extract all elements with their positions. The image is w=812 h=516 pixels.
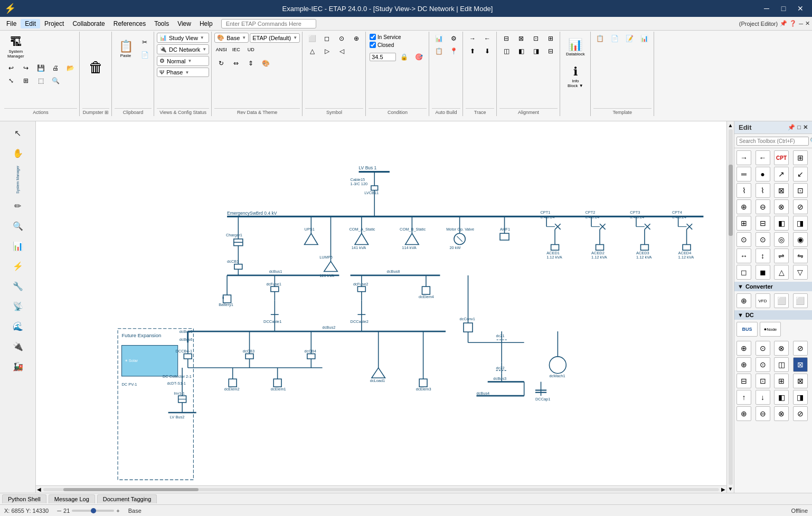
align-btn-3[interactable]: ⊡ — [529, 33, 543, 44]
align-btn-8[interactable]: ⊟ — [544, 45, 558, 57]
grid-icon-arrow-right[interactable]: → — [737, 150, 751, 165]
grid-icon-rect[interactable]: ⊞ — [793, 150, 808, 165]
base-dropdown[interactable]: 🎨 Base ▼ — [214, 33, 249, 43]
grid-icon-cpt[interactable]: CPT — [774, 150, 789, 165]
tmpl-btn-3[interactable]: 📝 — [623, 33, 637, 44]
in-service-checkbox[interactable] — [370, 34, 376, 40]
toolbox-search[interactable] — [737, 137, 809, 146]
grid-icon-a2[interactable]: ⊟ — [756, 216, 770, 231]
sidebar-tool-2[interactable]: ⚡ — [8, 257, 27, 276]
grid-icon-x1[interactable]: ⊗ — [774, 199, 789, 214]
sidebar-tool-3[interactable]: 🔧 — [8, 277, 27, 296]
scroll-track-h[interactable] — [43, 488, 719, 491]
dc-icon-1[interactable]: ⊕ — [737, 341, 751, 356]
sym-btn-4[interactable]: ⊕ — [350, 33, 363, 44]
ab-btn-4[interactable]: 📍 — [447, 45, 460, 57]
trace-btn-4[interactable]: ⬇ — [480, 45, 494, 57]
dc-section-header[interactable]: ▼ DC — [734, 310, 812, 320]
dc-icon-3[interactable]: ⊗ — [774, 341, 789, 356]
grid-icon-circle[interactable]: ● — [756, 167, 770, 181]
zoom-thumb[interactable] — [91, 508, 96, 513]
converter-section-header[interactable]: ▼ Converter — [734, 282, 812, 291]
undo-btn[interactable]: ↩ — [4, 62, 18, 74]
sidebar-tool-4[interactable]: 📡 — [8, 297, 27, 316]
tab-document-tagging[interactable]: Document Tagging — [97, 494, 157, 503]
minimize-button[interactable]: ─ — [759, 3, 774, 14]
command-search[interactable] — [221, 19, 316, 28]
zoom-minus-btn[interactable]: ─ — [57, 508, 61, 514]
sidebar-tool-1[interactable]: 📊 — [8, 237, 27, 256]
trace-btn-2[interactable]: ← — [480, 33, 494, 44]
search-btn[interactable]: 🔍 — [49, 75, 62, 87]
minimize-panel-icon[interactable]: ─ — [799, 21, 803, 27]
dc-icon-12[interactable]: ⊠ — [793, 374, 808, 388]
align-btn-4[interactable]: ⊞ — [544, 33, 558, 44]
align-btn-2[interactable]: ⊠ — [514, 33, 528, 44]
help-icon[interactable]: ❓ — [789, 20, 797, 27]
grid-icon-d1[interactable]: ◻ — [737, 265, 751, 280]
conv-icon-4[interactable]: ⬜ — [793, 293, 808, 308]
align-btn-6[interactable]: ◧ — [514, 45, 528, 57]
edit-panel-close[interactable]: ✕ — [803, 124, 808, 131]
dumpster-btn[interactable]: 🗑 — [82, 33, 109, 101]
cut-btn[interactable]: ✂ — [138, 36, 152, 48]
paste-btn[interactable]: 📋 Paste — [115, 33, 137, 64]
infoblock-btn[interactable]: ℹ InfoBlock ▼ — [563, 62, 588, 91]
tmpl-btn-1[interactable]: 📋 — [593, 33, 607, 44]
grid-icon-arrow2[interactable]: ↗ — [774, 167, 789, 181]
sym-btn-6[interactable]: ▷ — [320, 45, 334, 57]
redo-btn[interactable]: ↪ — [19, 62, 33, 74]
sidebar-zoom[interactable]: 🔍 — [8, 217, 27, 236]
dc-icon-17[interactable]: ⊕ — [737, 406, 751, 421]
fit-btn[interactable]: ⤡ — [4, 75, 18, 87]
normal-dropdown[interactable]: ⚙ Normal ▼ — [157, 56, 209, 66]
sym-btn-1[interactable]: ⬜ — [305, 33, 319, 44]
grid-icon-c2[interactable]: ↕ — [756, 249, 770, 263]
grid-icon-c4[interactable]: ⇋ — [793, 249, 808, 263]
sidebar-pan[interactable]: ✋ — [8, 144, 27, 163]
ansi-btn[interactable]: ANSI — [214, 44, 228, 55]
dc-icon-2[interactable]: ⊙ — [756, 341, 770, 356]
select-btn[interactable]: ⬚ — [34, 75, 48, 87]
edit-panel-pin[interactable]: 📌 — [788, 124, 795, 131]
iec-btn[interactable]: IEC — [229, 44, 243, 55]
menu-tools[interactable]: Tools — [150, 19, 173, 28]
flip-h-btn[interactable]: ⇔ — [229, 58, 243, 69]
grid-icon-bus[interactable]: ═ — [737, 167, 751, 181]
scroll-thumb-h[interactable] — [63, 488, 199, 491]
grid-icon-b2[interactable]: ⊙ — [756, 232, 770, 247]
grid-icon-a4[interactable]: ◨ — [793, 216, 808, 231]
dc-icon-4[interactable]: ⊘ — [793, 341, 808, 356]
condition-lock-btn[interactable]: 🔒 — [397, 51, 411, 63]
grid-icon-wave2[interactable]: ⌇ — [756, 183, 770, 198]
sym-btn-3[interactable]: ⊙ — [335, 33, 348, 44]
scroll-right-btn[interactable]: ▶ — [721, 486, 725, 492]
datablock-btn[interactable]: 📊 Datablock — [563, 33, 588, 61]
dc-icon-8[interactable]: ⊠ — [793, 357, 808, 372]
open-btn[interactable]: 📂 — [63, 62, 77, 74]
dc-icon-11[interactable]: ⊞ — [774, 374, 789, 388]
tab-python-shell[interactable]: Python Shell — [2, 494, 46, 503]
scroll-left-btn[interactable]: ◀ — [37, 486, 41, 492]
grid-icon-minus[interactable]: ⊖ — [756, 199, 770, 214]
ud-btn[interactable]: UD — [244, 44, 258, 55]
sidebar-draw[interactable]: ✏ — [8, 197, 27, 216]
grid-icon-a3[interactable]: ◧ — [774, 216, 789, 231]
menu-references[interactable]: References — [109, 19, 150, 28]
menu-help[interactable]: Help — [195, 19, 217, 28]
dc-icon-6[interactable]: ⊙ — [756, 357, 770, 372]
dc-network-dropdown[interactable]: 🔌 DC Network ▼ — [157, 44, 209, 54]
ab-btn-1[interactable]: 📊 — [432, 33, 446, 44]
scroll-up-btn[interactable]: ▲ — [728, 122, 733, 128]
dc-icon-10[interactable]: ⊡ — [756, 374, 770, 388]
closed-check[interactable]: Closed — [370, 42, 426, 48]
closed-checkbox[interactable] — [370, 42, 376, 48]
grid-icon-c3[interactable]: ⇌ — [774, 249, 789, 263]
grid-icon-b4[interactable]: ◉ — [793, 232, 808, 247]
sym-btn-2[interactable]: ◻ — [320, 33, 334, 44]
grid-icon-grid2[interactable]: ⊡ — [793, 183, 808, 198]
copy-btn[interactable]: 📄 — [138, 49, 152, 61]
tmpl-btn-2[interactable]: 📄 — [608, 33, 622, 44]
sidebar-tool-6[interactable]: 🔌 — [8, 337, 27, 356]
tab-message-log[interactable]: Message Log — [49, 494, 95, 503]
